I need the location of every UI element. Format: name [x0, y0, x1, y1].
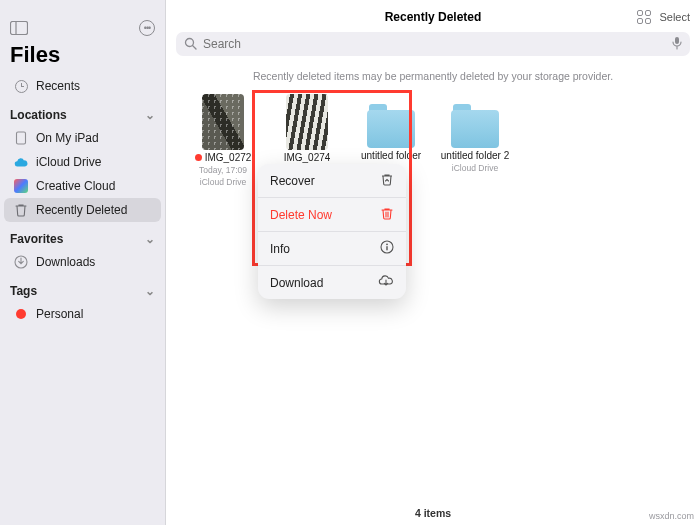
sidebar-item-icloud[interactable]: iCloud Drive — [4, 150, 161, 174]
file-name: IMG_0274 — [284, 152, 331, 163]
app-title: Files — [0, 40, 165, 74]
menu-label: Download — [270, 276, 323, 290]
sidebar-item-label: Downloads — [36, 255, 151, 269]
menu-label: Info — [270, 242, 290, 256]
search-field[interactable] — [176, 32, 690, 56]
section-locations[interactable]: Locations ⌄ — [0, 98, 165, 126]
mic-icon[interactable] — [672, 36, 682, 52]
file-subtitle: Today, 17:09 — [199, 165, 247, 175]
topbar: Recently Deleted Select — [166, 0, 700, 26]
cloud-download-icon — [378, 274, 394, 291]
folder-name: untitled folder — [361, 150, 421, 161]
menu-label: Delete Now — [270, 208, 332, 222]
svg-rect-6 — [675, 37, 679, 44]
sidebar: ••• Files Recents Locations ⌄ On My iPad… — [0, 0, 166, 525]
search-icon — [184, 37, 197, 52]
search-input[interactable] — [203, 37, 666, 51]
trash-icon — [380, 206, 394, 223]
folder-name: untitled folder 2 — [441, 150, 509, 161]
select-button[interactable]: Select — [659, 11, 690, 23]
view-grid-icon[interactable] — [637, 10, 651, 24]
sidebar-item-tag-personal[interactable]: Personal — [4, 302, 161, 326]
sidebar-item-label: Personal — [36, 307, 151, 321]
download-icon — [14, 255, 28, 269]
file-thumbnail — [286, 94, 328, 150]
creative-cloud-icon — [14, 179, 28, 193]
context-menu: Recover Delete Now Info Download — [258, 164, 406, 299]
watermark: wsxdn.com — [649, 511, 694, 521]
menu-recover[interactable]: Recover — [258, 164, 406, 198]
folder-icon — [451, 110, 499, 148]
menu-delete-now[interactable]: Delete Now — [258, 198, 406, 232]
sidebar-item-label: Creative Cloud — [36, 179, 151, 193]
section-tags[interactable]: Tags ⌄ — [0, 274, 165, 302]
file-thumbnail — [202, 94, 244, 150]
cloud-icon — [14, 155, 28, 169]
sidebar-item-label: On My iPad — [36, 131, 151, 145]
sidebar-item-creative-cloud[interactable]: Creative Cloud — [4, 174, 161, 198]
items-grid: IMG_0272 Today, 17:09 iCloud Drive IMG_0… — [166, 90, 700, 191]
sidebar-item-on-my-ipad[interactable]: On My iPad — [4, 126, 161, 150]
sidebar-toggle-icon[interactable] — [10, 21, 28, 35]
svg-rect-9 — [386, 246, 387, 251]
sidebar-item-label: Recents — [36, 79, 151, 93]
svg-rect-2 — [17, 132, 26, 144]
svg-line-5 — [193, 45, 197, 49]
folder-item[interactable]: untitled folder 2 iCloud Drive — [446, 94, 504, 187]
sidebar-recents[interactable]: Recents — [4, 74, 161, 98]
menu-info[interactable]: Info — [258, 232, 406, 266]
info-icon — [380, 240, 394, 257]
menu-download[interactable]: Download — [258, 266, 406, 299]
clock-icon — [14, 79, 28, 93]
trash-icon — [14, 203, 28, 217]
sidebar-item-label: Recently Deleted — [36, 203, 151, 217]
file-name: IMG_0272 — [205, 152, 252, 163]
chevron-down-icon: ⌄ — [145, 232, 155, 246]
sidebar-item-recently-deleted[interactable]: Recently Deleted — [4, 198, 161, 222]
menu-label: Recover — [270, 174, 315, 188]
tag-dot-icon — [14, 307, 28, 321]
sync-status-icon — [195, 154, 202, 161]
ipad-icon — [14, 131, 28, 145]
page-title: Recently Deleted — [385, 10, 482, 24]
svg-rect-0 — [11, 22, 28, 35]
section-favorites[interactable]: Favorites ⌄ — [0, 222, 165, 250]
restore-trash-icon — [380, 172, 394, 189]
provider-note: Recently deleted items may be permanentl… — [166, 70, 700, 82]
chevron-down-icon: ⌄ — [145, 284, 155, 298]
sidebar-item-label: iCloud Drive — [36, 155, 151, 169]
footer-count: 4 items — [166, 501, 700, 525]
more-icon[interactable]: ••• — [139, 20, 155, 36]
file-location: iCloud Drive — [452, 163, 498, 173]
file-item[interactable]: IMG_0272 Today, 17:09 iCloud Drive — [194, 94, 252, 187]
file-location: iCloud Drive — [200, 177, 246, 187]
svg-point-8 — [386, 243, 388, 245]
chevron-down-icon: ⌄ — [145, 108, 155, 122]
main-panel: Recently Deleted Select Recently deleted… — [166, 0, 700, 525]
sidebar-item-downloads[interactable]: Downloads — [4, 250, 161, 274]
folder-icon — [367, 110, 415, 148]
